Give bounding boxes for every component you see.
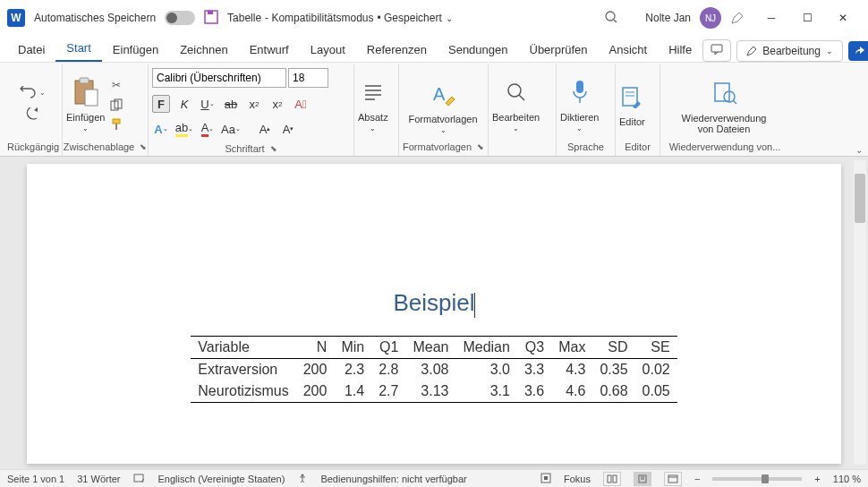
svg-rect-4: [711, 45, 722, 52]
doc-mode: - Kompatibilitätsmodus: [265, 12, 373, 24]
tab-entwurf[interactable]: Entwurf: [239, 38, 300, 62]
change-case-button[interactable]: Aa⌄: [222, 120, 240, 138]
styles-button[interactable]: A Formatvorlagen ⌄: [403, 73, 483, 134]
document-title[interactable]: Tabelle - Kompatibilitätsmodus • Gespeic…: [227, 12, 453, 24]
clear-format-button[interactable]: A⃠: [292, 95, 310, 113]
text-cursor: [474, 293, 475, 318]
tab-ansicht[interactable]: Ansicht: [599, 38, 659, 62]
comments-button[interactable]: [702, 39, 731, 62]
avatar[interactable]: NJ: [700, 7, 721, 29]
chevron-down-icon: ⌄: [446, 13, 453, 23]
edit-mode-button[interactable]: Bearbeitung ⌄: [736, 40, 843, 62]
tab-hilfe[interactable]: Hilfe: [658, 38, 702, 62]
svg-point-27: [302, 474, 304, 476]
styles-dialog-launcher[interactable]: ⬊: [477, 142, 484, 151]
cut-button[interactable]: ✂: [108, 77, 124, 93]
print-view-button[interactable]: [634, 472, 651, 486]
svg-rect-6: [80, 78, 89, 83]
web-view-button[interactable]: [664, 472, 682, 486]
svg-text:A: A: [433, 84, 446, 104]
scroll-thumb[interactable]: [855, 174, 865, 223]
save-icon[interactable]: [204, 10, 218, 27]
tab-layout[interactable]: Layout: [300, 38, 356, 62]
tab-start[interactable]: Start: [55, 36, 101, 62]
paragraph-button[interactable]: Absatz ⌄: [358, 74, 388, 132]
editor-button[interactable]: Editor: [619, 79, 645, 127]
font-dialog-launcher[interactable]: ⬊: [270, 144, 277, 153]
font-size-input[interactable]: [288, 68, 328, 88]
chevron-down-icon: ⌄: [826, 47, 833, 56]
page[interactable]: Beispiel VariableNMinQ1MeanMedianQ3MaxSD…: [27, 164, 841, 464]
group-font-label: Schriftart: [225, 141, 264, 156]
search-icon[interactable]: [604, 10, 618, 27]
titlebar: W Automatisches Speichern Tabelle - Komp…: [0, 0, 868, 36]
paste-button[interactable]: Einfügen ⌄: [66, 74, 105, 132]
document-area: Beispiel VariableNMinQ1MeanMedianQ3MaxSD…: [0, 157, 868, 469]
close-button[interactable]: ✕: [825, 4, 861, 31]
clipboard-dialog-launcher[interactable]: ⬊: [140, 142, 147, 151]
svg-point-2: [606, 12, 615, 21]
tab-referenzen[interactable]: Referenzen: [356, 38, 438, 62]
table-row: Extraversion2002.32.83.083.03.34.30.350.…: [191, 359, 677, 381]
paste-label: Einfügen: [66, 112, 105, 123]
editing-label: Bearbeiten: [492, 112, 540, 123]
accessibility-label[interactable]: Bedienungshilfen: nicht verfügbar: [320, 474, 466, 484]
tab-einfuegen[interactable]: Einfügen: [102, 38, 169, 62]
group-editing-label: [492, 140, 552, 154]
pen-icon[interactable]: [730, 11, 745, 25]
highlight-button[interactable]: ab⌄: [175, 120, 193, 138]
svg-rect-10: [113, 119, 120, 124]
reuse-files-button[interactable]: Wiederverwendung von Dateien: [664, 72, 784, 134]
minimize-button[interactable]: ─: [753, 4, 789, 31]
tab-ueberpruefen[interactable]: Überprüfen: [519, 38, 599, 62]
language-indicator[interactable]: Englisch (Vereinigte Staaten): [158, 474, 285, 484]
reuse-label: Wiederverwendung von Dateien: [682, 113, 767, 134]
svg-rect-20: [623, 88, 637, 106]
copy-button[interactable]: [108, 97, 124, 113]
word-count[interactable]: 31 Wörter: [77, 474, 120, 484]
group-clipboard-label: Zwischenablage: [64, 140, 135, 154]
accessibility-icon[interactable]: [297, 473, 308, 485]
zoom-out-button[interactable]: −: [694, 474, 700, 484]
grow-font-button[interactable]: A▴: [256, 120, 274, 138]
text-effects-button[interactable]: A⌄: [152, 120, 170, 138]
editor-label: Editor: [619, 116, 645, 127]
editing-button[interactable]: Bearbeiten ⌄: [492, 74, 540, 132]
table-header-row: VariableNMinQ1MeanMedianQ3MaxSDSE: [191, 337, 677, 359]
shrink-font-button[interactable]: A▾: [279, 120, 297, 138]
svg-rect-31: [613, 475, 617, 483]
zoom-in-button[interactable]: +: [814, 474, 820, 484]
svg-line-18: [519, 95, 524, 100]
bold-button[interactable]: F: [152, 95, 170, 113]
italic-button[interactable]: K: [175, 95, 193, 113]
focus-icon[interactable]: [540, 473, 551, 485]
vertical-scrollbar[interactable]: [854, 160, 866, 465]
tab-zeichnen[interactable]: Zeichnen: [169, 38, 238, 62]
underline-button[interactable]: U⌄: [199, 95, 217, 113]
undo-button[interactable]: ⌄: [20, 84, 46, 100]
zoom-slider[interactable]: [712, 477, 802, 481]
data-table: VariableNMinQ1MeanMedianQ3MaxSDSE Extrav…: [191, 336, 677, 403]
statusbar: Seite 1 von 1 31 Wörter Englisch (Verein…: [0, 469, 868, 487]
maximize-button[interactable]: ☐: [789, 4, 825, 31]
collapse-ribbon-button[interactable]: ⌄: [855, 145, 863, 155]
dictate-button[interactable]: Diktieren ⌄: [560, 74, 599, 132]
tab-datei[interactable]: Datei: [7, 38, 55, 62]
font-color-button[interactable]: A⌄: [199, 120, 217, 138]
subscript-button[interactable]: x2: [245, 95, 263, 113]
page-indicator[interactable]: Seite 1 von 1: [7, 474, 64, 484]
superscript-button[interactable]: x2: [268, 95, 286, 113]
font-name-input[interactable]: [152, 68, 286, 88]
svg-rect-11: [115, 124, 117, 130]
redo-button[interactable]: [25, 106, 41, 122]
focus-label[interactable]: Fokus: [564, 474, 591, 484]
group-speech-label: Sprache: [560, 140, 611, 154]
strike-button[interactable]: ab: [222, 95, 240, 113]
read-view-button[interactable]: [603, 472, 621, 486]
tab-sendungen[interactable]: Sendungen: [438, 38, 519, 62]
share-button[interactable]: ⌄: [848, 41, 868, 61]
zoom-level[interactable]: 110 %: [833, 474, 861, 484]
format-painter-button[interactable]: [108, 116, 124, 132]
autosave-toggle[interactable]: [165, 11, 195, 25]
spellcheck-icon[interactable]: [133, 473, 146, 485]
